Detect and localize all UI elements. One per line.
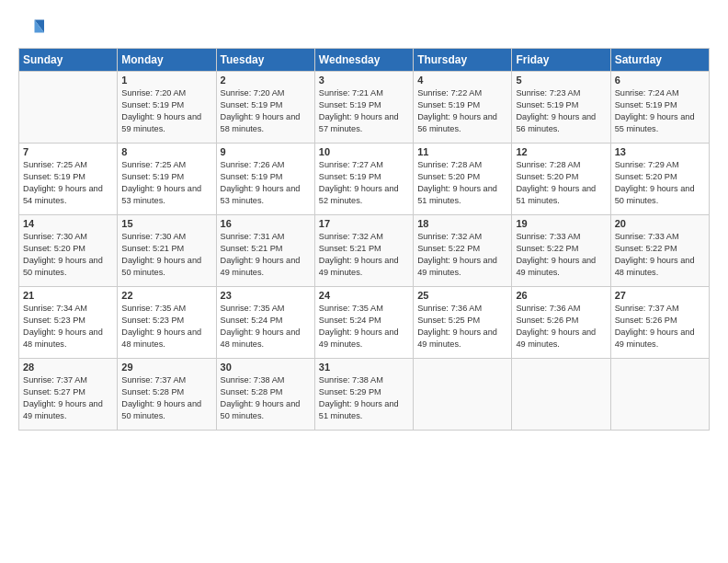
sunset-text: Sunset: 5:22 PM — [615, 243, 705, 255]
logo-icon — [18, 17, 44, 42]
day-number: 14 — [23, 218, 113, 229]
calendar-cell: 16Sunrise: 7:31 AMSunset: 5:21 PMDayligh… — [216, 215, 314, 287]
daylight-text: Daylight: 9 hours and 49 minutes. — [23, 398, 113, 422]
day-number: 28 — [23, 362, 113, 373]
daylight-text: Daylight: 9 hours and 59 minutes. — [121, 111, 211, 135]
header — [18, 17, 710, 42]
sunset-text: Sunset: 5:21 PM — [319, 243, 409, 255]
daylight-text: Daylight: 9 hours and 50 minutes. — [121, 398, 211, 422]
daylight-text: Daylight: 9 hours and 48 minutes. — [23, 327, 113, 350]
day-number: 19 — [516, 218, 606, 229]
col-header-friday: Friday — [512, 49, 610, 72]
day-info: Sunrise: 7:20 AMSunset: 5:19 PMDaylight:… — [121, 87, 211, 135]
daylight-text: Daylight: 9 hours and 49 minutes. — [516, 327, 606, 350]
sunrise-text: Sunrise: 7:33 AM — [615, 231, 705, 243]
day-info: Sunrise: 7:29 AMSunset: 5:20 PMDaylight:… — [615, 159, 705, 207]
sunset-text: Sunset: 5:21 PM — [221, 243, 311, 255]
day-number: 29 — [121, 362, 211, 373]
calendar-cell: 19Sunrise: 7:33 AMSunset: 5:22 PMDayligh… — [512, 215, 610, 287]
sunset-text: Sunset: 5:25 PM — [417, 315, 507, 327]
day-number: 30 — [221, 362, 311, 373]
col-header-monday: Monday — [118, 49, 216, 72]
calendar-cell: 13Sunrise: 7:29 AMSunset: 5:20 PMDayligh… — [610, 144, 709, 215]
daylight-text: Daylight: 9 hours and 50 minutes. — [23, 255, 113, 279]
daylight-text: Daylight: 9 hours and 48 minutes. — [121, 327, 211, 350]
sunset-text: Sunset: 5:19 PM — [121, 171, 211, 183]
day-number: 2 — [221, 75, 311, 86]
day-info: Sunrise: 7:28 AMSunset: 5:20 PMDaylight:… — [516, 159, 606, 207]
sunset-text: Sunset: 5:24 PM — [319, 315, 409, 327]
sunrise-text: Sunrise: 7:30 AM — [121, 231, 211, 243]
sunrise-text: Sunrise: 7:37 AM — [23, 374, 113, 386]
day-info: Sunrise: 7:20 AMSunset: 5:19 PMDaylight:… — [221, 87, 311, 135]
sunset-text: Sunset: 5:19 PM — [319, 99, 409, 111]
day-info: Sunrise: 7:37 AMSunset: 5:27 PMDaylight:… — [23, 374, 113, 422]
day-number: 11 — [417, 146, 507, 157]
daylight-text: Daylight: 9 hours and 49 minutes. — [417, 327, 507, 350]
calendar-cell: 6Sunrise: 7:24 AMSunset: 5:19 PMDaylight… — [610, 72, 709, 144]
sunset-text: Sunset: 5:29 PM — [319, 386, 409, 398]
day-number: 8 — [121, 146, 211, 157]
sunrise-text: Sunrise: 7:21 AM — [319, 87, 409, 99]
sunrise-text: Sunrise: 7:20 AM — [221, 87, 311, 99]
day-number: 21 — [23, 290, 113, 301]
daylight-text: Daylight: 9 hours and 50 minutes. — [615, 183, 705, 207]
daylight-text: Daylight: 9 hours and 49 minutes. — [417, 255, 507, 279]
day-info: Sunrise: 7:36 AMSunset: 5:26 PMDaylight:… — [516, 303, 606, 350]
day-info: Sunrise: 7:25 AMSunset: 5:19 PMDaylight:… — [23, 159, 113, 207]
daylight-text: Daylight: 9 hours and 51 minutes. — [319, 398, 409, 422]
sunset-text: Sunset: 5:19 PM — [121, 99, 211, 111]
daylight-text: Daylight: 9 hours and 48 minutes. — [615, 255, 705, 279]
sunrise-text: Sunrise: 7:34 AM — [23, 303, 113, 315]
page: SundayMondayTuesdayWednesdayThursdayFrid… — [0, 0, 728, 563]
sunset-text: Sunset: 5:26 PM — [516, 315, 606, 327]
daylight-text: Daylight: 9 hours and 48 minutes. — [221, 327, 311, 350]
calendar-cell: 22Sunrise: 7:35 AMSunset: 5:23 PMDayligh… — [118, 287, 216, 359]
sunset-text: Sunset: 5:22 PM — [516, 243, 606, 255]
day-info: Sunrise: 7:38 AMSunset: 5:28 PMDaylight:… — [221, 374, 311, 422]
day-info: Sunrise: 7:30 AMSunset: 5:21 PMDaylight:… — [121, 231, 211, 279]
day-number: 16 — [221, 218, 311, 229]
sunrise-text: Sunrise: 7:38 AM — [319, 374, 409, 386]
day-info: Sunrise: 7:37 AMSunset: 5:26 PMDaylight:… — [615, 303, 705, 350]
col-header-saturday: Saturday — [610, 49, 709, 72]
header-row: SundayMondayTuesdayWednesdayThursdayFrid… — [19, 49, 710, 72]
sunset-text: Sunset: 5:20 PM — [23, 243, 113, 255]
sunset-text: Sunset: 5:19 PM — [221, 99, 311, 111]
calendar-cell: 11Sunrise: 7:28 AMSunset: 5:20 PMDayligh… — [414, 144, 512, 215]
sunset-text: Sunset: 5:22 PM — [417, 243, 507, 255]
sunset-text: Sunset: 5:21 PM — [121, 243, 211, 255]
daylight-text: Daylight: 9 hours and 54 minutes. — [23, 183, 113, 207]
day-info: Sunrise: 7:38 AMSunset: 5:29 PMDaylight:… — [319, 374, 409, 422]
day-info: Sunrise: 7:36 AMSunset: 5:25 PMDaylight:… — [417, 303, 507, 350]
calendar-cell — [512, 359, 610, 431]
calendar-cell: 14Sunrise: 7:30 AMSunset: 5:20 PMDayligh… — [19, 215, 118, 287]
sunrise-text: Sunrise: 7:38 AM — [221, 374, 311, 386]
day-info: Sunrise: 7:35 AMSunset: 5:23 PMDaylight:… — [121, 303, 211, 350]
sunset-text: Sunset: 5:23 PM — [23, 315, 113, 327]
calendar-cell: 3Sunrise: 7:21 AMSunset: 5:19 PMDaylight… — [314, 72, 413, 144]
calendar-cell: 9Sunrise: 7:26 AMSunset: 5:19 PMDaylight… — [216, 144, 314, 215]
day-info: Sunrise: 7:31 AMSunset: 5:21 PMDaylight:… — [221, 231, 311, 279]
daylight-text: Daylight: 9 hours and 58 minutes. — [221, 111, 311, 135]
day-info: Sunrise: 7:26 AMSunset: 5:19 PMDaylight:… — [221, 159, 311, 207]
daylight-text: Daylight: 9 hours and 49 minutes. — [319, 327, 409, 350]
day-info: Sunrise: 7:32 AMSunset: 5:21 PMDaylight:… — [319, 231, 409, 279]
day-number: 1 — [121, 75, 211, 86]
sunrise-text: Sunrise: 7:35 AM — [319, 303, 409, 315]
calendar-cell: 15Sunrise: 7:30 AMSunset: 5:21 PMDayligh… — [118, 215, 216, 287]
day-info: Sunrise: 7:34 AMSunset: 5:23 PMDaylight:… — [23, 303, 113, 350]
calendar-cell: 26Sunrise: 7:36 AMSunset: 5:26 PMDayligh… — [512, 287, 610, 359]
logo — [18, 17, 48, 42]
day-number: 20 — [615, 218, 705, 229]
calendar-cell: 1Sunrise: 7:20 AMSunset: 5:19 PMDaylight… — [118, 72, 216, 144]
sunrise-text: Sunrise: 7:36 AM — [417, 303, 507, 315]
day-info: Sunrise: 7:33 AMSunset: 5:22 PMDaylight:… — [516, 231, 606, 279]
sunrise-text: Sunrise: 7:28 AM — [417, 159, 507, 171]
calendar-cell: 7Sunrise: 7:25 AMSunset: 5:19 PMDaylight… — [19, 144, 118, 215]
daylight-text: Daylight: 9 hours and 52 minutes. — [319, 183, 409, 207]
daylight-text: Daylight: 9 hours and 53 minutes. — [121, 183, 211, 207]
sunrise-text: Sunrise: 7:28 AM — [516, 159, 606, 171]
day-number: 31 — [319, 362, 409, 373]
day-number: 17 — [319, 218, 409, 229]
